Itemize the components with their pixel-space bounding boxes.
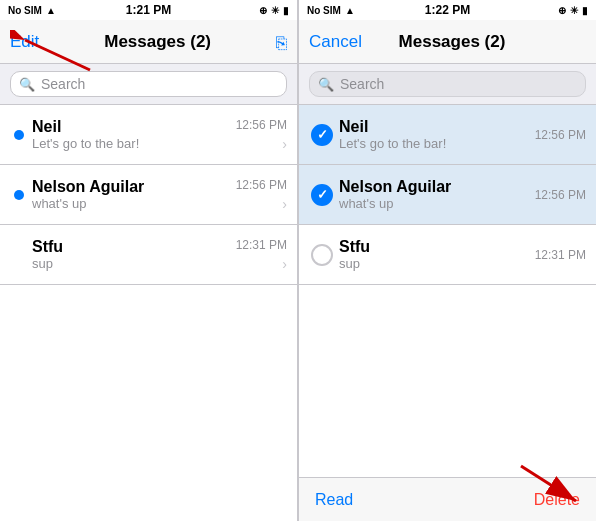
- right-nelson-preview: what's up: [339, 196, 535, 211]
- bluetooth-icon: ✳: [271, 5, 279, 16]
- right-search-placeholder: Search: [340, 76, 384, 92]
- left-message-stfu[interactable]: Stfu sup 12:31 PM ›: [0, 225, 297, 285]
- right-battery-icon: ▮: [582, 5, 588, 16]
- right-nelson-meta: 12:56 PM: [535, 188, 586, 202]
- right-nav-bar: Cancel Messages (2): [299, 20, 596, 64]
- left-search-container: 🔍 Search: [0, 64, 297, 105]
- left-panel: No SIM ▲ 1:21 PM ⊕ ✳ ▮ Edit Messages (2)…: [0, 0, 298, 521]
- right-nelson-time: 12:56 PM: [535, 188, 586, 202]
- read-button[interactable]: Read: [315, 491, 353, 509]
- search-icon: 🔍: [19, 77, 35, 92]
- left-message-nelson[interactable]: Nelson Aguilar what's up 12:56 PM ›: [0, 165, 297, 225]
- delete-button[interactable]: Delete: [534, 491, 580, 509]
- carrier-label: No SIM: [8, 5, 42, 16]
- bottom-toolbar: Read Delete: [299, 477, 596, 521]
- nelson-meta: 12:56 PM ›: [236, 178, 287, 212]
- right-message-stfu[interactable]: Stfu sup 12:31 PM: [299, 225, 596, 285]
- nelson-checkbox[interactable]: [311, 184, 333, 206]
- right-stfu-meta: 12:31 PM: [535, 248, 586, 262]
- left-search-placeholder: Search: [41, 76, 85, 92]
- stfu-preview: sup: [32, 256, 236, 271]
- right-stfu-preview: sup: [339, 256, 535, 271]
- left-search-bar[interactable]: 🔍 Search: [10, 71, 287, 97]
- right-nelson-content: Nelson Aguilar what's up: [339, 178, 535, 211]
- left-status-bar: No SIM ▲ 1:21 PM ⊕ ✳ ▮: [0, 0, 297, 20]
- right-search-icon: 🔍: [318, 77, 334, 92]
- nelson-chevron: ›: [282, 196, 287, 212]
- right-nelson-name: Nelson Aguilar: [339, 178, 535, 196]
- right-message-list: Neil Let's go to the bar! 12:56 PM Nelso…: [299, 105, 596, 477]
- right-neil-time: 12:56 PM: [535, 128, 586, 142]
- cancel-button[interactable]: Cancel: [309, 32, 362, 52]
- stfu-time: 12:31 PM: [236, 238, 287, 252]
- left-title: Messages (2): [104, 32, 211, 52]
- time-label: 1:21 PM: [126, 3, 171, 17]
- neil-name: Neil: [32, 118, 236, 136]
- right-stfu-time: 12:31 PM: [535, 248, 586, 262]
- stfu-meta: 12:31 PM ›: [236, 238, 287, 272]
- nelson-unread-dot: [14, 190, 24, 200]
- neil-unread-dot: [14, 130, 24, 140]
- right-search-container: 🔍 Search: [299, 64, 596, 105]
- nelson-name: Nelson Aguilar: [32, 178, 236, 196]
- neil-content: Neil Let's go to the bar!: [32, 118, 236, 151]
- right-bluetooth-icon: ✳: [570, 5, 578, 16]
- right-status-bar: No SIM ▲ 1:22 PM ⊕ ✳ ▮: [299, 0, 596, 20]
- neil-meta: 12:56 PM ›: [236, 118, 287, 152]
- right-panel: No SIM ▲ 1:22 PM ⊕ ✳ ▮ Cancel Messages (…: [298, 0, 596, 521]
- nelson-preview: what's up: [32, 196, 236, 211]
- right-wifi-icon: ▲: [345, 5, 355, 16]
- right-neil-meta: 12:56 PM: [535, 128, 586, 142]
- edit-button[interactable]: Edit: [10, 32, 39, 52]
- compose-button[interactable]: ⎘: [276, 32, 287, 52]
- wifi-icon: ▲: [46, 5, 56, 16]
- stfu-chevron: ›: [282, 256, 287, 272]
- battery-icon: ▮: [283, 5, 289, 16]
- stfu-checkbox[interactable]: [311, 244, 333, 266]
- right-status-left: No SIM ▲: [307, 5, 355, 16]
- right-message-nelson[interactable]: Nelson Aguilar what's up 12:56 PM: [299, 165, 596, 225]
- right-status-right: ⊕ ✳ ▮: [558, 5, 588, 16]
- right-stfu-name: Stfu: [339, 238, 535, 256]
- left-message-neil[interactable]: Neil Let's go to the bar! 12:56 PM ›: [0, 105, 297, 165]
- right-carrier-label: No SIM: [307, 5, 341, 16]
- right-neil-content: Neil Let's go to the bar!: [339, 118, 535, 151]
- neil-preview: Let's go to the bar!: [32, 136, 236, 151]
- stfu-content: Stfu sup: [32, 238, 236, 271]
- compose-icon: ⎘: [276, 33, 287, 53]
- right-neil-name: Neil: [339, 118, 535, 136]
- status-left: No SIM ▲: [8, 5, 56, 16]
- right-search-bar: 🔍 Search: [309, 71, 586, 97]
- neil-time: 12:56 PM: [236, 118, 287, 132]
- neil-checkbox[interactable]: [311, 124, 333, 146]
- right-message-neil[interactable]: Neil Let's go to the bar! 12:56 PM: [299, 105, 596, 165]
- neil-chevron: ›: [282, 136, 287, 152]
- right-title: Messages (2): [399, 32, 506, 52]
- left-message-list: Neil Let's go to the bar! 12:56 PM › Nel…: [0, 105, 297, 521]
- nelson-content: Nelson Aguilar what's up: [32, 178, 236, 211]
- nelson-dot-container: [12, 190, 26, 200]
- left-nav-bar: Edit Messages (2) ⎘: [0, 20, 297, 64]
- nelson-time: 12:56 PM: [236, 178, 287, 192]
- neil-dot-container: [12, 130, 26, 140]
- right-time-label: 1:22 PM: [425, 3, 470, 17]
- right-neil-preview: Let's go to the bar!: [339, 136, 535, 151]
- status-right: ⊕ ✳ ▮: [259, 5, 289, 16]
- right-stfu-content: Stfu sup: [339, 238, 535, 271]
- right-bt-icon: ⊕: [558, 5, 566, 16]
- stfu-name: Stfu: [32, 238, 236, 256]
- bt-icon: ⊕: [259, 5, 267, 16]
